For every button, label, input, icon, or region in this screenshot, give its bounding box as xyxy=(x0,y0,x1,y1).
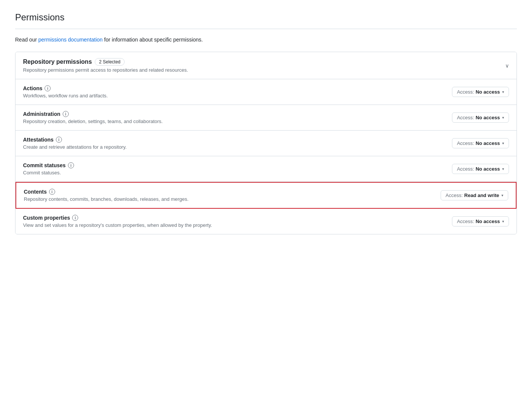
permission-desc-custom-properties: View and set values for a repository's c… xyxy=(23,222,212,228)
permission-name-row-custom-properties: Custom properties i xyxy=(23,215,212,221)
access-label-contents: Access: xyxy=(446,192,463,198)
access-dropdown-actions[interactable]: Access: No access▾ xyxy=(452,87,509,97)
permission-name-actions: Actions xyxy=(23,85,42,91)
intro-text-after: for information about specific permissio… xyxy=(103,37,203,43)
info-icon-administration: i xyxy=(63,111,69,117)
access-dropdown-administration[interactable]: Access: No access▾ xyxy=(452,112,509,123)
permission-left-attestations: Attestations i Create and retrieve attes… xyxy=(23,137,126,150)
permission-desc-actions: Workflows, workflow runs and artifacts. xyxy=(23,93,108,99)
dropdown-arrow-administration: ▾ xyxy=(502,115,504,120)
permission-name-row-attestations: Attestations i xyxy=(23,137,126,143)
info-icon-contents: i xyxy=(49,189,55,195)
chevron-down-icon[interactable]: ∨ xyxy=(505,63,509,69)
permission-name-custom-properties: Custom properties xyxy=(23,215,70,221)
access-label-actions: Access: xyxy=(457,89,474,95)
permission-desc-contents: Repository contents, commits, branches, … xyxy=(24,196,188,202)
access-value-contents: Read and write xyxy=(464,192,499,198)
permission-name-administration: Administration xyxy=(23,111,60,117)
permission-name-row-administration: Administration i xyxy=(23,111,163,117)
dropdown-arrow-actions: ▾ xyxy=(502,90,504,94)
access-value-attestations: No access xyxy=(476,140,500,146)
permission-row-administration: Administration i Repository creation, de… xyxy=(15,105,517,131)
access-dropdown-attestations[interactable]: Access: No access▾ xyxy=(452,138,509,148)
access-value-administration: No access xyxy=(476,115,500,120)
access-dropdown-contents[interactable]: Access: Read and write▾ xyxy=(441,190,508,200)
permission-row-custom-properties: Custom properties i View and set values … xyxy=(15,209,517,234)
permission-row-actions: Actions i Workflows, workflow runs and a… xyxy=(15,79,517,105)
selected-badge: 2 Selected xyxy=(95,58,125,66)
dropdown-arrow-commit-statuses: ▾ xyxy=(502,167,504,171)
repository-permissions-title: Repository permissions xyxy=(23,59,92,65)
access-label-attestations: Access: xyxy=(457,140,474,146)
permission-rows: Actions i Workflows, workflow runs and a… xyxy=(15,79,517,234)
permission-row-contents: Contents i Repository contents, commits,… xyxy=(15,182,517,209)
info-icon-custom-properties: i xyxy=(72,215,78,221)
permission-name-contents: Contents xyxy=(24,189,47,195)
page-title: Permissions xyxy=(15,12,517,23)
permission-name-row-actions: Actions i xyxy=(23,85,108,91)
permission-left-administration: Administration i Repository creation, de… xyxy=(23,111,163,124)
intro-text-before: Read our xyxy=(15,37,38,43)
permission-row-attestations: Attestations i Create and retrieve attes… xyxy=(15,131,517,156)
permissions-doc-link[interactable]: permissions documentation xyxy=(38,37,102,43)
repository-permissions-description: Repository permissions permit access to … xyxy=(23,67,188,73)
permission-name-attestations: Attestations xyxy=(23,137,54,143)
section-divider xyxy=(15,29,517,29)
permission-name-row-contents: Contents i xyxy=(24,189,188,195)
permission-left-actions: Actions i Workflows, workflow runs and a… xyxy=(23,85,108,99)
permission-desc-administration: Repository creation, deletion, settings,… xyxy=(23,119,163,124)
access-value-custom-properties: No access xyxy=(476,219,500,224)
permission-left-commit-statuses: Commit statuses i Commit statuses. xyxy=(23,162,74,176)
permission-name-commit-statuses: Commit statuses xyxy=(23,162,66,168)
info-icon-attestations: i xyxy=(56,137,62,143)
permission-left-contents: Contents i Repository contents, commits,… xyxy=(24,189,188,202)
access-label-commit-statuses: Access: xyxy=(457,166,474,172)
access-label-administration: Access: xyxy=(457,115,474,120)
permissions-header-left: Repository permissions 2 Selected Reposi… xyxy=(23,58,188,73)
info-icon-commit-statuses: i xyxy=(68,162,74,168)
access-dropdown-commit-statuses[interactable]: Access: No access▾ xyxy=(452,164,509,174)
permissions-header-title-row: Repository permissions 2 Selected xyxy=(23,58,188,66)
repository-permissions-header: Repository permissions 2 Selected Reposi… xyxy=(15,52,517,79)
dropdown-arrow-attestations: ▾ xyxy=(502,141,504,145)
permissions-container: Repository permissions 2 Selected Reposi… xyxy=(15,52,517,234)
access-value-actions: No access xyxy=(476,89,500,95)
dropdown-arrow-contents: ▾ xyxy=(501,193,503,197)
permission-left-custom-properties: Custom properties i View and set values … xyxy=(23,215,212,228)
intro-paragraph: Read our permissions documentation for i… xyxy=(15,37,517,43)
access-dropdown-custom-properties[interactable]: Access: No access▾ xyxy=(452,216,509,226)
dropdown-arrow-custom-properties: ▾ xyxy=(502,219,504,223)
access-value-commit-statuses: No access xyxy=(476,166,500,172)
permission-desc-commit-statuses: Commit statuses. xyxy=(23,170,74,176)
permission-name-row-commit-statuses: Commit statuses i xyxy=(23,162,74,168)
permission-desc-attestations: Create and retrieve attestations for a r… xyxy=(23,144,126,150)
info-icon-actions: i xyxy=(45,85,51,91)
access-label-custom-properties: Access: xyxy=(457,219,474,224)
permission-row-commit-statuses: Commit statuses i Commit statuses. Acces… xyxy=(15,156,517,182)
